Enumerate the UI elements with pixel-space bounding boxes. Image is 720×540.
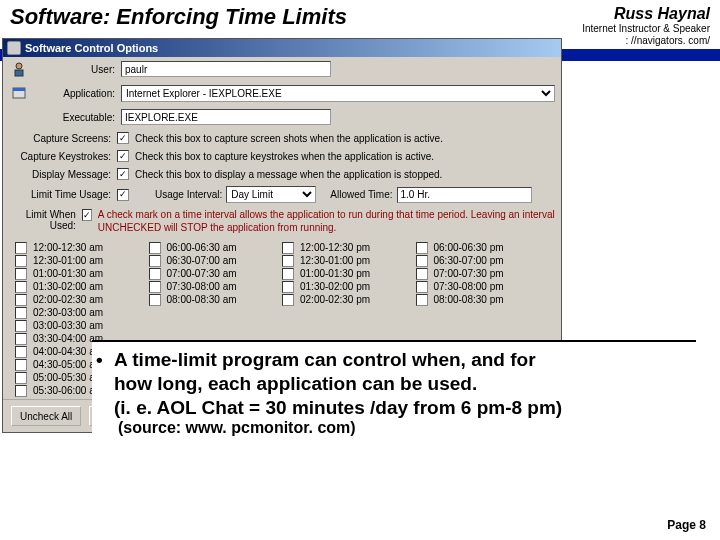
author-role: Internet Instructor & Speaker xyxy=(582,23,710,35)
time-interval-label: 06:00-06:30 am xyxy=(167,242,237,253)
time-interval-checkbox[interactable] xyxy=(15,281,27,293)
time-interval-checkbox[interactable] xyxy=(282,268,294,280)
time-interval-checkbox[interactable] xyxy=(15,385,27,397)
time-interval-checkbox[interactable] xyxy=(15,320,27,332)
time-interval-cell[interactable]: 08:00-08:30 am xyxy=(149,293,283,306)
application-select[interactable]: Internet Explorer - IEXPLORE.EXE xyxy=(121,85,555,102)
bullet-marker: • xyxy=(96,348,114,419)
time-interval-checkbox[interactable] xyxy=(149,281,161,293)
time-interval-checkbox[interactable] xyxy=(282,242,294,254)
row-capture-screens: Capture Screens: ✓ Check this box to cap… xyxy=(3,129,561,147)
time-interval-cell[interactable]: 02:00-02:30 pm xyxy=(282,293,416,306)
time-interval-checkbox[interactable] xyxy=(15,294,27,306)
time-interval-checkbox[interactable] xyxy=(416,268,428,280)
time-interval-label: 02:00-02:30 pm xyxy=(300,294,370,305)
author-url: : //navigators. com/ xyxy=(582,35,710,47)
limit-when-checkbox[interactable]: ✓ xyxy=(82,209,92,221)
time-interval-cell[interactable]: 01:00-01:30 am xyxy=(15,267,149,280)
time-interval-cell xyxy=(416,306,550,318)
capture-screens-checkbox[interactable]: ✓ xyxy=(117,132,129,144)
time-interval-label: 07:30-08:00 am xyxy=(167,281,237,292)
time-interval-checkbox[interactable] xyxy=(15,255,27,267)
dialog-titlebar: Software Control Options xyxy=(3,39,561,57)
executable-input[interactable] xyxy=(121,109,331,125)
time-interval-cell[interactable]: 06:00-06:30 pm xyxy=(416,241,550,254)
time-interval-checkbox[interactable] xyxy=(15,372,27,384)
time-interval-checkbox[interactable] xyxy=(416,255,428,267)
uncheck-all-button[interactable]: Uncheck All xyxy=(11,406,81,426)
usage-interval-select[interactable]: Day Limit xyxy=(226,186,316,203)
display-message-label: Display Message: xyxy=(9,169,117,180)
time-interval-cell[interactable]: 12:00-12:30 am xyxy=(15,241,149,254)
time-interval-checkbox[interactable] xyxy=(15,346,27,358)
executable-label: Executable: xyxy=(33,112,121,123)
time-interval-cell[interactable]: 02:00-02:30 am xyxy=(15,293,149,306)
time-interval-cell[interactable]: 07:00-07:30 am xyxy=(149,267,283,280)
time-interval-cell[interactable]: 02:30-03:00 am xyxy=(15,306,149,319)
time-interval-checkbox[interactable] xyxy=(149,294,161,306)
capture-screens-label: Capture Screens: xyxy=(9,133,117,144)
row-display-message: Display Message: ✓ Check this box to dis… xyxy=(3,165,561,183)
time-interval-cell[interactable]: 03:00-03:30 am xyxy=(15,319,149,332)
user-input[interactable] xyxy=(121,61,331,77)
time-interval-cell[interactable]: 01:30-02:00 pm xyxy=(282,280,416,293)
time-interval-label: 01:00-01:30 am xyxy=(33,268,103,279)
time-interval-checkbox[interactable] xyxy=(416,281,428,293)
time-interval-label: 07:00-07:30 am xyxy=(167,268,237,279)
slide-bullet-box: • A time-limit program can control when,… xyxy=(92,340,696,443)
limit-when-label: Limit When Used: xyxy=(9,209,82,231)
time-interval-label: 02:00-02:30 am xyxy=(33,294,103,305)
author-name: Russ Haynal xyxy=(582,4,710,23)
time-interval-cell[interactable]: 08:00-08:30 pm xyxy=(416,293,550,306)
time-interval-label: 01:30-02:00 pm xyxy=(300,281,370,292)
time-interval-cell[interactable]: 06:30-07:00 am xyxy=(149,254,283,267)
time-interval-cell[interactable]: 12:30-01:00 am xyxy=(15,254,149,267)
bullet-source: (source: www. pcmonitor. com) xyxy=(118,419,690,437)
page-number: Page 8 xyxy=(667,518,706,532)
svg-rect-3 xyxy=(13,88,25,91)
time-interval-checkbox[interactable] xyxy=(149,268,161,280)
time-interval-label: 06:30-07:00 pm xyxy=(434,255,504,266)
time-interval-label: 12:00-12:30 am xyxy=(33,242,103,253)
row-executable: Executable: xyxy=(3,105,561,129)
time-interval-cell[interactable]: 12:00-12:30 pm xyxy=(282,241,416,254)
time-interval-label: 06:00-06:30 pm xyxy=(434,242,504,253)
limit-time-label: Limit Time Usage: xyxy=(9,189,117,200)
time-interval-cell[interactable]: 12:30-01:00 pm xyxy=(282,254,416,267)
capture-keystrokes-checkbox[interactable]: ✓ xyxy=(117,150,129,162)
time-interval-checkbox[interactable] xyxy=(282,294,294,306)
time-interval-checkbox[interactable] xyxy=(15,268,27,280)
time-interval-cell xyxy=(149,306,283,318)
time-interval-checkbox[interactable] xyxy=(416,294,428,306)
time-interval-cell[interactable]: 07:00-07:30 pm xyxy=(416,267,550,280)
time-interval-checkbox[interactable] xyxy=(15,359,27,371)
limit-time-checkbox[interactable]: ✓ xyxy=(117,189,129,201)
time-interval-checkbox[interactable] xyxy=(416,242,428,254)
time-interval-cell[interactable]: 06:30-07:00 pm xyxy=(416,254,550,267)
time-interval-label: 12:30-01:00 am xyxy=(33,255,103,266)
time-interval-cell[interactable]: 06:00-06:30 am xyxy=(149,241,283,254)
time-interval-cell[interactable]: 01:30-02:00 am xyxy=(15,280,149,293)
time-interval-checkbox[interactable] xyxy=(15,307,27,319)
allowed-time-input[interactable] xyxy=(397,187,532,203)
time-interval-cell[interactable]: 01:00-01:30 pm xyxy=(282,267,416,280)
capture-screens-desc: Check this box to capture screen shots w… xyxy=(135,133,443,144)
time-interval-cell xyxy=(282,306,416,318)
time-interval-checkbox[interactable] xyxy=(149,242,161,254)
display-message-checkbox[interactable]: ✓ xyxy=(117,168,129,180)
time-interval-label: 12:30-01:00 pm xyxy=(300,255,370,266)
time-interval-label: 07:00-07:30 pm xyxy=(434,268,504,279)
time-interval-cell xyxy=(149,318,283,330)
time-interval-label: 12:00-12:30 pm xyxy=(300,242,370,253)
time-interval-checkbox[interactable] xyxy=(282,255,294,267)
time-interval-checkbox[interactable] xyxy=(149,255,161,267)
row-limit-when: Limit When Used: ✓ A check mark on a tim… xyxy=(3,206,561,237)
time-interval-label: 01:30-02:00 am xyxy=(33,281,103,292)
time-interval-checkbox[interactable] xyxy=(15,333,27,345)
time-interval-cell[interactable]: 07:30-08:00 am xyxy=(149,280,283,293)
time-interval-checkbox[interactable] xyxy=(15,242,27,254)
time-interval-cell[interactable]: 07:30-08:00 pm xyxy=(416,280,550,293)
limit-when-desc: A check mark on a time interval allows t… xyxy=(98,209,555,234)
time-interval-checkbox[interactable] xyxy=(282,281,294,293)
time-interval-label: 08:00-08:30 pm xyxy=(434,294,504,305)
